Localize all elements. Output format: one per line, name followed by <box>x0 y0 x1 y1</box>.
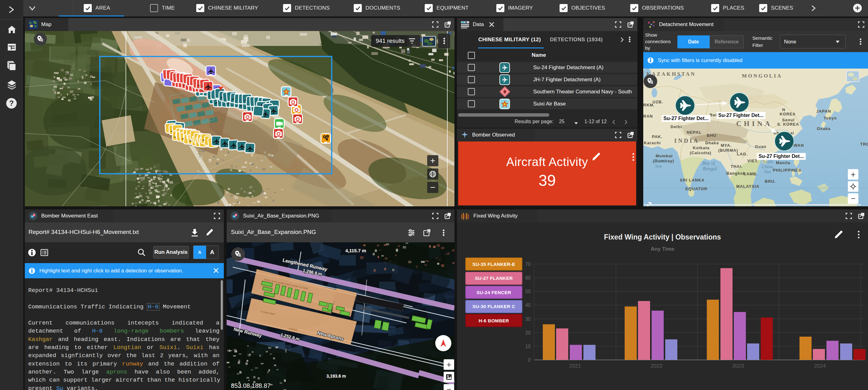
svg-text:2022: 2022 <box>651 363 662 369</box>
svg-text:70: 70 <box>525 261 531 267</box>
svg-text:0: 0 <box>528 357 531 363</box>
svg-text:2021: 2021 <box>569 363 581 369</box>
svg-text:50: 50 <box>525 289 531 294</box>
svg-text:20: 20 <box>525 330 531 335</box>
svg-text:60: 60 <box>525 275 531 280</box>
svg-text:2023: 2023 <box>732 363 744 369</box>
svg-text:4,115.7 m: 4,115.7 m <box>345 248 366 253</box>
svg-text:30: 30 <box>525 316 531 322</box>
svg-text:2024: 2024 <box>814 363 826 369</box>
svg-text:10: 10 <box>525 344 531 349</box>
svg-text:3,193.6 m: 3,193.6 m <box>327 373 346 379</box>
svg-text:40: 40 <box>525 303 531 308</box>
svg-text:?: ? <box>9 99 14 107</box>
